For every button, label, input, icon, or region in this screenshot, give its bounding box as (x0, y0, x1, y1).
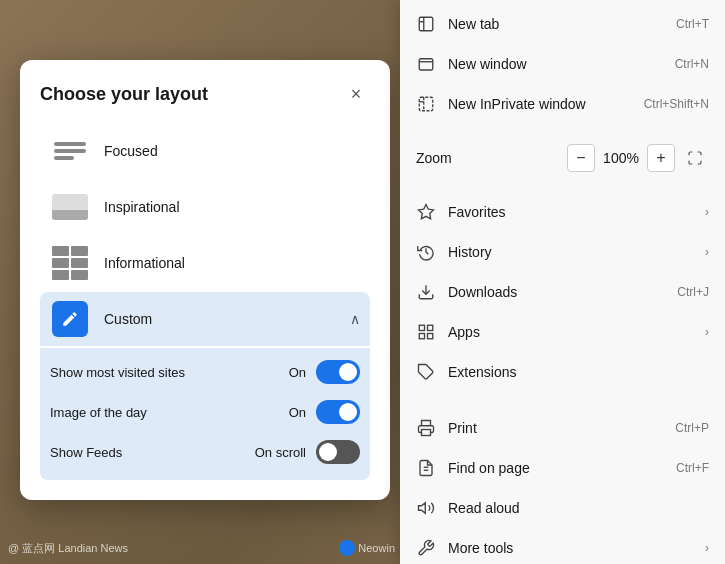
downloads-icon (416, 282, 436, 302)
layout-informational[interactable]: Informational (40, 236, 370, 290)
image-day-label: Image of the day (50, 405, 289, 420)
menu-more-tools[interactable]: More tools › (400, 528, 725, 564)
menu-extensions[interactable]: Extensions (400, 352, 725, 392)
new-tab-shortcut: Ctrl+T (676, 17, 709, 31)
menu-favorites[interactable]: Favorites › (400, 192, 725, 232)
focused-icon (50, 136, 90, 166)
more-tools-icon (416, 538, 436, 558)
zoom-expand-button[interactable] (681, 144, 709, 172)
watermark-right: Neowin (339, 540, 395, 556)
svg-rect-8 (419, 334, 424, 339)
option-show-feeds: Show Feeds On scroll (50, 440, 360, 464)
menu-section-tools: Print Ctrl+P Find on page Ctrl+F (400, 404, 725, 564)
read-aloud-label: Read aloud (448, 500, 709, 516)
history-label: History (448, 244, 693, 260)
inspirational-label: Inspirational (104, 199, 360, 215)
apps-chevron: › (705, 325, 709, 339)
focused-label: Focused (104, 143, 360, 159)
option-image-day: Image of the day On (50, 400, 360, 424)
modal-header: Choose your layout × (40, 80, 370, 108)
favorites-chevron: › (705, 205, 709, 219)
svg-rect-5 (419, 325, 424, 330)
custom-label: Custom (104, 311, 336, 327)
svg-rect-10 (422, 430, 431, 436)
apps-label: Apps (448, 324, 693, 340)
new-window-shortcut: Ctrl+N (675, 57, 709, 71)
favorites-icon (416, 202, 436, 222)
most-visited-toggle[interactable] (316, 360, 360, 384)
zoom-label: Zoom (416, 150, 567, 166)
new-tab-icon (416, 14, 436, 34)
menu-apps[interactable]: Apps › (400, 312, 725, 352)
menu-new-window[interactable]: New window Ctrl+N (400, 44, 725, 84)
read-aloud-icon (416, 498, 436, 518)
show-feeds-label: Show Feeds (50, 445, 255, 460)
extensions-label: Extensions (448, 364, 709, 380)
svg-rect-0 (419, 17, 433, 31)
downloads-label: Downloads (448, 284, 665, 300)
find-on-page-label: Find on page (448, 460, 664, 476)
inprivate-icon (416, 94, 436, 114)
favorites-label: Favorites (448, 204, 693, 220)
new-tab-label: New tab (448, 16, 664, 32)
custom-chevron: ∧ (350, 311, 360, 327)
most-visited-label: Show most visited sites (50, 365, 289, 380)
image-day-status: On (289, 405, 306, 420)
inspirational-icon (50, 192, 90, 222)
downloads-shortcut: Ctrl+J (677, 285, 709, 299)
inprivate-shortcut: Ctrl+Shift+N (644, 97, 709, 111)
zoom-minus-button[interactable]: − (567, 144, 595, 172)
menu-section-new: New tab Ctrl+T New window Ctrl+N Ne (400, 0, 725, 128)
show-feeds-status: On scroll (255, 445, 306, 460)
menu-history[interactable]: History › (400, 232, 725, 272)
svg-rect-1 (419, 59, 433, 70)
new-window-icon (416, 54, 436, 74)
apps-icon (416, 322, 436, 342)
find-icon (416, 458, 436, 478)
expanded-options: Show most visited sites On Image of the … (40, 348, 370, 480)
more-tools-chevron: › (705, 541, 709, 555)
layout-options: Focused Inspirational Informational (40, 124, 370, 480)
show-feeds-toggle[interactable] (316, 440, 360, 464)
print-icon (416, 418, 436, 438)
menu-section-main: Favorites › History › Do (400, 188, 725, 396)
extensions-icon (416, 362, 436, 382)
history-chevron: › (705, 245, 709, 259)
informational-icon (50, 248, 90, 278)
svg-rect-7 (428, 334, 433, 339)
image-day-toggle[interactable] (316, 400, 360, 424)
custom-icon (50, 304, 90, 334)
print-shortcut: Ctrl+P (675, 421, 709, 435)
svg-marker-3 (419, 205, 434, 219)
close-button[interactable]: × (342, 80, 370, 108)
menu-inprivate[interactable]: New InPrivate window Ctrl+Shift+N (400, 84, 725, 124)
option-most-visited: Show most visited sites On (50, 360, 360, 384)
menu-find-on-page[interactable]: Find on page Ctrl+F (400, 448, 725, 488)
zoom-value: 100% (601, 150, 641, 166)
menu-downloads[interactable]: Downloads Ctrl+J (400, 272, 725, 312)
history-icon (416, 242, 436, 262)
layout-modal: Choose your layout × Focused Inspiration… (20, 60, 390, 500)
svg-rect-2 (419, 97, 433, 111)
zoom-controls: − 100% + (567, 144, 709, 172)
new-window-label: New window (448, 56, 663, 72)
menu-new-tab[interactable]: New tab Ctrl+T (400, 4, 725, 44)
neowin-logo-left (339, 540, 355, 556)
watermark-left: @ 蓝点网 Landian News (8, 541, 128, 556)
zoom-row: Zoom − 100% + (400, 136, 725, 180)
layout-inspirational[interactable]: Inspirational (40, 180, 370, 234)
most-visited-status: On (289, 365, 306, 380)
inprivate-label: New InPrivate window (448, 96, 632, 112)
neowin-text-left: Neowin (358, 542, 395, 554)
zoom-plus-button[interactable]: + (647, 144, 675, 172)
modal-title: Choose your layout (40, 84, 208, 105)
menu-read-aloud[interactable]: Read aloud (400, 488, 725, 528)
layout-focused[interactable]: Focused (40, 124, 370, 178)
edge-menu: New tab Ctrl+T New window Ctrl+N Ne (400, 0, 725, 564)
informational-label: Informational (104, 255, 360, 271)
more-tools-label: More tools (448, 540, 693, 556)
find-shortcut: Ctrl+F (676, 461, 709, 475)
menu-print[interactable]: Print Ctrl+P (400, 408, 725, 448)
layout-custom[interactable]: Custom ∧ (40, 292, 370, 346)
print-label: Print (448, 420, 663, 436)
